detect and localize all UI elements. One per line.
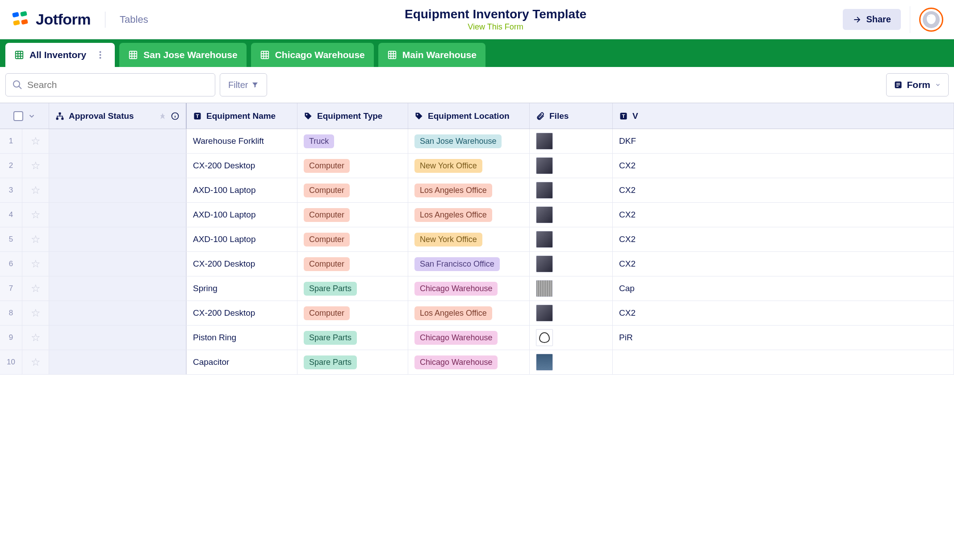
tab-main-warehouse[interactable]: Main Warehouse — [378, 43, 485, 67]
cell-vendor[interactable] — [613, 350, 954, 374]
column-files[interactable]: Files — [530, 103, 613, 129]
cell-name[interactable]: AXD-100 Laptop — [187, 203, 297, 227]
column-name[interactable]: T Equipment Name — [187, 103, 297, 129]
row-star[interactable]: ☆ — [22, 276, 49, 301]
cell-files[interactable] — [530, 227, 613, 251]
cell-vendor[interactable]: CX2 — [613, 301, 954, 325]
cell-vendor[interactable]: CX2 — [613, 252, 954, 276]
row-star[interactable]: ☆ — [22, 301, 49, 325]
column-vendor[interactable]: T V — [613, 103, 954, 129]
cell-vendor[interactable]: Cap — [613, 276, 954, 301]
cell-location[interactable]: Chicago Warehouse — [408, 326, 530, 350]
cell-type[interactable]: Computer — [297, 203, 408, 227]
table-row[interactable]: 4 ☆ AXD-100 Laptop Computer Los Angeles … — [0, 203, 954, 227]
cell-type[interactable]: Spare Parts — [297, 350, 408, 374]
info-icon[interactable] — [171, 112, 180, 121]
filter-button[interactable]: Filter — [220, 73, 267, 96]
cell-vendor[interactable]: DKF — [613, 129, 954, 153]
row-star[interactable]: ☆ — [22, 203, 49, 227]
column-type[interactable]: Equipment Type — [297, 103, 408, 129]
cell-location[interactable]: New York Office — [408, 227, 530, 251]
cell-location[interactable]: Chicago Warehouse — [408, 276, 530, 301]
table-row[interactable]: 7 ☆ Spring Spare Parts Chicago Warehouse… — [0, 276, 954, 301]
cell-files[interactable] — [530, 252, 613, 276]
cell-type[interactable]: Computer — [297, 252, 408, 276]
cell-approval[interactable] — [49, 227, 187, 251]
tab-san-jose-warehouse[interactable]: San Jose Warehouse — [119, 43, 246, 67]
cell-type[interactable]: Truck — [297, 129, 408, 153]
cell-vendor[interactable]: CX2 — [613, 154, 954, 178]
table-row[interactable]: 2 ☆ CX-200 Desktop Computer New York Off… — [0, 154, 954, 178]
table-row[interactable]: 8 ☆ CX-200 Desktop Computer Los Angeles … — [0, 301, 954, 326]
cell-name[interactable]: Warehouse Forklift — [187, 129, 297, 153]
cell-name[interactable]: CX-200 Desktop — [187, 154, 297, 178]
cell-files[interactable] — [530, 129, 613, 153]
cell-files[interactable] — [530, 326, 613, 350]
view-form-link[interactable]: View This Form — [148, 22, 843, 32]
cell-files[interactable] — [530, 276, 613, 301]
cell-approval[interactable] — [49, 301, 187, 325]
cell-location[interactable]: San Francisco Office — [408, 252, 530, 276]
cell-type[interactable]: Computer — [297, 301, 408, 325]
cell-files[interactable] — [530, 154, 613, 178]
row-star[interactable]: ☆ — [22, 326, 49, 350]
table-row[interactable]: 1 ☆ Warehouse Forklift Truck San Jose Wa… — [0, 129, 954, 154]
table-row[interactable]: 6 ☆ CX-200 Desktop Computer San Francisc… — [0, 252, 954, 276]
cell-vendor[interactable]: CX2 — [613, 203, 954, 227]
cell-approval[interactable] — [49, 203, 187, 227]
cell-name[interactable]: Capacitor — [187, 350, 297, 374]
table-row[interactable]: 3 ☆ AXD-100 Laptop Computer Los Angeles … — [0, 178, 954, 203]
cell-type[interactable]: Computer — [297, 227, 408, 251]
row-star[interactable]: ☆ — [22, 227, 49, 251]
cell-location[interactable]: New York Office — [408, 154, 530, 178]
cell-approval[interactable] — [49, 276, 187, 301]
cell-location[interactable]: San Jose Warehouse — [408, 129, 530, 153]
cell-vendor[interactable]: CX2 — [613, 178, 954, 202]
select-all-checkbox[interactable] — [13, 111, 23, 121]
cell-name[interactable]: Piston Ring — [187, 326, 297, 350]
cell-approval[interactable] — [49, 178, 187, 202]
row-star[interactable]: ☆ — [22, 178, 49, 202]
cell-location[interactable]: Los Angeles Office — [408, 203, 530, 227]
cell-approval[interactable] — [49, 326, 187, 350]
cell-vendor[interactable]: CX2 — [613, 227, 954, 251]
pin-icon[interactable] — [159, 113, 166, 120]
chevron-down-icon[interactable] — [28, 112, 36, 120]
cell-name[interactable]: Spring — [187, 276, 297, 301]
cell-location[interactable]: Chicago Warehouse — [408, 350, 530, 374]
search-input[interactable] — [27, 79, 209, 90]
tab-chicago-warehouse[interactable]: Chicago Warehouse — [251, 43, 374, 67]
cell-approval[interactable] — [49, 252, 187, 276]
row-star[interactable]: ☆ — [22, 129, 49, 153]
column-location[interactable]: Equipment Location — [408, 103, 530, 129]
cell-name[interactable]: CX-200 Desktop — [187, 252, 297, 276]
cell-type[interactable]: Spare Parts — [297, 276, 408, 301]
cell-name[interactable]: CX-200 Desktop — [187, 301, 297, 325]
cell-type[interactable]: Spare Parts — [297, 326, 408, 350]
row-star[interactable]: ☆ — [22, 350, 49, 374]
search-box[interactable] — [5, 73, 215, 96]
tab-more-button[interactable] — [94, 49, 106, 61]
row-star[interactable]: ☆ — [22, 252, 49, 276]
share-button[interactable]: Share — [843, 9, 901, 30]
cell-type[interactable]: Computer — [297, 154, 408, 178]
form-button[interactable]: Form — [886, 73, 949, 96]
cell-location[interactable]: Los Angeles Office — [408, 301, 530, 325]
table-row[interactable]: 5 ☆ AXD-100 Laptop Computer New York Off… — [0, 227, 954, 252]
column-approval[interactable]: Approval Status — [49, 103, 187, 129]
cell-name[interactable]: AXD-100 Laptop — [187, 178, 297, 202]
tab-all-inventory[interactable]: All Inventory — [5, 43, 115, 67]
avatar[interactable] — [919, 8, 943, 32]
table-row[interactable]: 9 ☆ Piston Ring Spare Parts Chicago Ware… — [0, 326, 954, 350]
cell-approval[interactable] — [49, 350, 187, 374]
cell-files[interactable] — [530, 203, 613, 227]
cell-approval[interactable] — [49, 154, 187, 178]
select-all-header[interactable] — [0, 103, 49, 129]
cell-location[interactable]: Los Angeles Office — [408, 178, 530, 202]
cell-files[interactable] — [530, 301, 613, 325]
cell-files[interactable] — [530, 178, 613, 202]
cell-files[interactable] — [530, 350, 613, 374]
cell-type[interactable]: Computer — [297, 178, 408, 202]
table-row[interactable]: 10 ☆ Capacitor Spare Parts Chicago Wareh… — [0, 350, 954, 375]
cell-approval[interactable] — [49, 129, 187, 153]
